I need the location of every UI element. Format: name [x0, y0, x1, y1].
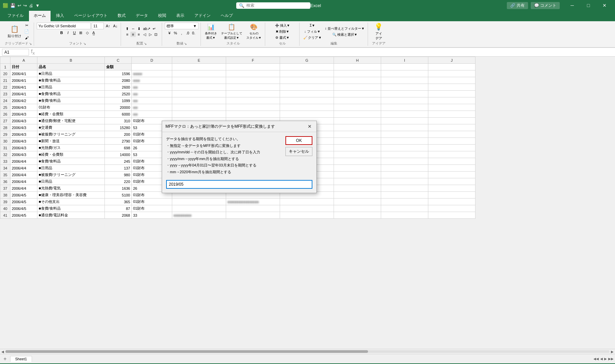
tab-help[interactable]: ヘルプ: [216, 11, 238, 21]
app-title: 🔍: [40, 2, 507, 9]
tab-home[interactable]: ホーム: [29, 11, 51, 21]
comment-button[interactable]: 💬 コメント: [531, 2, 560, 9]
dialog-line-5: ・yyyy→yyyy年04月01日〜翌年03月末日を期間とする: [166, 162, 282, 169]
conditional-format-button[interactable]: 📊 条件付き書式▼: [204, 23, 218, 40]
search-icon: 🔍: [239, 3, 244, 8]
dialog-buttons: OK キャンセル: [285, 136, 312, 176]
align-right-button[interactable]: ≡: [136, 32, 142, 37]
format-as-table-button[interactable]: 📋 テーブルとして書式設定▼: [220, 23, 244, 40]
fill-color-button[interactable]: ◇: [85, 30, 90, 35]
quick-access-redo[interactable]: ↪: [23, 3, 27, 8]
number-expand-icon[interactable]: ↘: [184, 42, 187, 46]
decrease-decimal-button[interactable]: 0.: [191, 30, 196, 36]
dialog-ok-button[interactable]: OK: [285, 136, 312, 145]
ideas-button[interactable]: 💡 アイデア: [373, 23, 385, 40]
align-top-button[interactable]: ⬆: [125, 26, 130, 31]
tab-review[interactable]: 校閲: [153, 11, 171, 21]
sheet-tab-sheet1[interactable]: Sheet1: [10, 356, 32, 362]
add-sheet-button[interactable]: +: [1, 355, 9, 363]
spreadsheet-wrapper[interactable]: A B C D E F G H I J 1: [0, 57, 615, 349]
tab-view[interactable]: 表示: [172, 11, 189, 21]
copy-button[interactable]: 📄: [23, 29, 30, 34]
group-clipboard: 📋 貼り付け ✂ 📄 🖌 クリップボード ↘: [3, 23, 34, 46]
group-alignment: ⬆ ↔ ⬇ ab↗ ↵ ≡ ≡ ≡ ◁ ▷ ⊡: [122, 23, 162, 46]
text-direction-button[interactable]: ab↗: [142, 26, 151, 31]
sort-filter-button[interactable]: ↕ 並べ替えとフィルター▼: [324, 26, 366, 31]
quick-access-save[interactable]: 💾: [10, 3, 16, 8]
maximize-button[interactable]: □: [581, 0, 596, 11]
align-center-button[interactable]: ≡: [130, 32, 136, 37]
quick-access-print[interactable]: 🖨: [29, 3, 33, 8]
font-expand-icon[interactable]: ↘: [83, 42, 86, 46]
align-bottom-button[interactable]: ⬇: [136, 26, 142, 31]
dialog-cancel-button[interactable]: キャンセル: [285, 147, 312, 156]
percent-button[interactable]: %: [173, 30, 178, 36]
quick-access-undo[interactable]: ↩: [18, 3, 21, 8]
dialog-title-bar: MFFマクロ：あっと家計簿のデータをMFF形式に変換します ✕: [162, 121, 316, 132]
font-color-button[interactable]: A̲: [91, 30, 96, 35]
tab-addins[interactable]: アドイン: [190, 11, 215, 21]
insert-cells-button[interactable]: ➕ 挿入▼: [274, 23, 291, 28]
tab-data[interactable]: データ: [131, 11, 153, 21]
underline-button[interactable]: U: [72, 30, 77, 35]
font-size-increase-button[interactable]: A↑: [105, 23, 111, 29]
font-name-input[interactable]: [37, 23, 91, 29]
sheet-scroll-prev-icon[interactable]: ◀: [600, 357, 603, 361]
name-box[interactable]: [2, 49, 29, 56]
merge-center-button[interactable]: ⊡: [153, 32, 159, 37]
find-select-button[interactable]: 🔍 検索と選択▼: [324, 32, 366, 37]
delete-cells-button[interactable]: ✖ 削除▼: [274, 29, 291, 34]
clear-button[interactable]: 🧹 クリア▼: [302, 35, 323, 40]
formula-input[interactable]: [37, 50, 613, 55]
scroll-thumb[interactable]: [5, 350, 368, 353]
cut-button[interactable]: ✂: [23, 23, 30, 28]
tab-formulas[interactable]: 数式: [113, 11, 130, 21]
clipboard-expand-icon[interactable]: ↘: [29, 42, 32, 46]
bold-button[interactable]: B: [59, 30, 64, 35]
scroll-left-icon[interactable]: ◀: [1, 350, 4, 354]
dialog-line-1: データを抽出する期間を指定してください。: [166, 136, 282, 142]
quick-access-custom[interactable]: ▼: [35, 3, 40, 8]
close-button[interactable]: ✕: [597, 0, 612, 11]
group-cells: ➕ 挿入▼ ✖ 削除▼ ⚙ 書式▼ セル: [266, 23, 300, 46]
format-cells-button[interactable]: ⚙ 書式▼: [274, 35, 291, 40]
sheet-scroll-next-icon[interactable]: ▶: [604, 357, 607, 361]
comma-button[interactable]: ,: [179, 30, 184, 36]
mff-dialog: MFFマクロ：あっと家計簿のデータをMFF形式に変換します ✕ データを抽出する…: [162, 121, 317, 193]
wrap-text-button[interactable]: ↵: [152, 26, 157, 31]
font-size-decrease-button[interactable]: A↓: [112, 23, 119, 29]
border-button[interactable]: ⊞: [78, 30, 84, 35]
increase-indent-button[interactable]: ▷: [148, 32, 153, 37]
sheet-scroll-left-icon[interactable]: ◀◀: [593, 357, 599, 361]
sheet-scroll-right-icon[interactable]: ▶▶: [608, 357, 614, 361]
format-painter-button[interactable]: 🖌: [23, 35, 30, 40]
tab-insert[interactable]: 挿入: [51, 11, 69, 21]
editing-label: 編集: [331, 41, 337, 46]
decrease-indent-button[interactable]: ◁: [142, 32, 147, 37]
sum-button[interactable]: Σ▼: [302, 23, 323, 28]
formula-bar: fx: [0, 48, 615, 57]
horizontal-scroll-area[interactable]: ◀ ▶: [0, 349, 615, 354]
increase-decimal-button[interactable]: .0: [185, 30, 190, 36]
sheet-tabs: + Sheet1 ◀◀ ◀ ▶ ▶▶: [0, 354, 615, 363]
scroll-right-icon[interactable]: ▶: [611, 350, 614, 354]
ribbon: ファイル ホーム 挿入 ページ レイアウト 数式 データ 校閲 表示 アドイン …: [0, 11, 615, 48]
align-middle-button[interactable]: ↔: [130, 26, 136, 31]
align-left-button[interactable]: ≡: [125, 32, 130, 37]
number-label: 数値 ↘: [177, 41, 187, 46]
font-row-2: B I U ⊞ ◇ A̲: [59, 30, 96, 35]
fill-button[interactable]: ↓ フィル▼: [302, 29, 323, 34]
dialog-close-button[interactable]: ✕: [306, 123, 313, 130]
italic-button[interactable]: I: [65, 30, 71, 35]
dialog-period-input[interactable]: [166, 180, 312, 189]
share-button[interactable]: 🔗 共有: [507, 2, 528, 9]
minimize-button[interactable]: ─: [564, 0, 580, 11]
font-size-input[interactable]: [92, 23, 104, 29]
tab-file[interactable]: ファイル: [3, 11, 28, 21]
alignment-expand-icon[interactable]: ↘: [144, 42, 147, 46]
cell-styles-button[interactable]: 🎨 セルのスタイル▼: [245, 23, 263, 40]
currency-button[interactable]: ¥: [167, 30, 172, 36]
tab-page-layout[interactable]: ページ レイアウト: [69, 11, 112, 21]
paste-button[interactable]: 📋 貼り付け: [6, 23, 23, 40]
number-format-dropdown[interactable]: 標準 ▼: [165, 23, 198, 29]
